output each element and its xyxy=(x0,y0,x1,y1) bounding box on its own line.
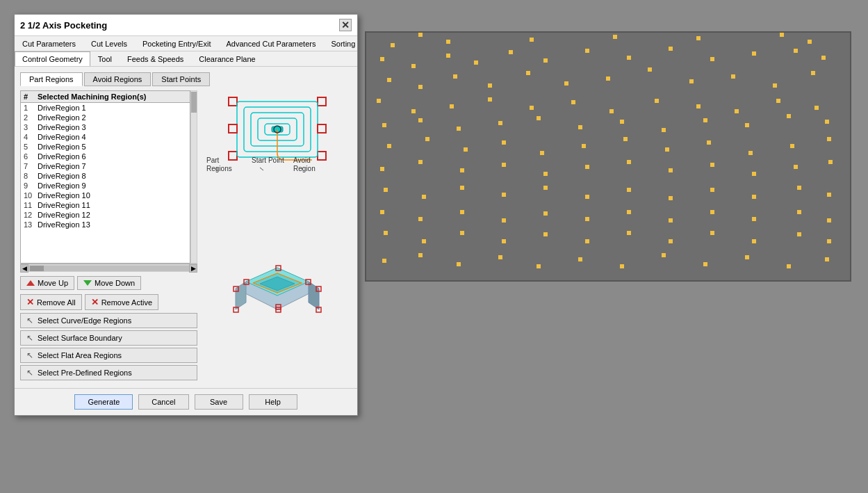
cad-dot xyxy=(662,128,666,132)
cad-dot xyxy=(787,264,791,268)
save-button[interactable]: Save xyxy=(195,394,243,410)
cad-viewport xyxy=(365,31,851,282)
cad-dot xyxy=(696,36,701,40)
cad-dot xyxy=(382,123,386,127)
list-row[interactable]: 3DriveRegion 3 xyxy=(21,122,190,132)
cad-dot xyxy=(457,127,461,131)
list-row[interactable]: 13DriveRegion 13 xyxy=(21,220,190,229)
cad-dot xyxy=(665,147,669,152)
sub-tab-avoid-regions[interactable]: Avoid Regions xyxy=(84,72,152,86)
cad-dot xyxy=(498,121,502,125)
remove-active-button[interactable]: ✕ Remove Active xyxy=(85,294,158,310)
svg-marker-19 xyxy=(309,282,319,309)
tab-cut-levels[interactable]: Cut Levels xyxy=(83,36,135,51)
cad-dot xyxy=(752,239,756,243)
cad-dot xyxy=(537,116,541,120)
cad-dot xyxy=(780,33,784,37)
cursor-icon-3: ↖ xyxy=(26,350,33,360)
select-predefined-button[interactable]: ↖ Select Pre-Defined Regions xyxy=(20,365,197,380)
cad-dot xyxy=(530,106,534,110)
scroll-right[interactable]: ▶ xyxy=(189,264,197,273)
cad-dot xyxy=(488,83,492,88)
cad-dot xyxy=(578,125,582,129)
list-row[interactable]: 6DriveRegion 6 xyxy=(21,152,190,161)
cad-dot xyxy=(776,99,780,103)
remove-buttons: ✕ Remove All ✕ Remove Active xyxy=(20,294,197,310)
cancel-button[interactable]: Cancel xyxy=(138,394,188,410)
cad-dot xyxy=(703,262,707,266)
tab-pocketing-entry-exit[interactable]: Pocketing Entry/Exit xyxy=(135,36,218,51)
cad-dot xyxy=(564,81,568,86)
scroll-left[interactable]: ◀ xyxy=(20,264,28,273)
select-curve-edge-button[interactable]: ↖ Select Curve/Edge Regions xyxy=(20,313,197,328)
move-up-button[interactable]: Move Up xyxy=(20,276,74,290)
cad-dot xyxy=(627,188,631,192)
scroll-thumb-h[interactable] xyxy=(30,266,44,271)
cad-dot xyxy=(380,57,384,61)
cad-dot xyxy=(731,74,735,79)
list-row[interactable]: 12DriveRegion 12 xyxy=(21,210,190,220)
cad-dot xyxy=(543,232,548,236)
cad-dot xyxy=(620,120,624,124)
list-row[interactable]: 5DriveRegion 5 xyxy=(21,142,190,152)
move-down-button[interactable]: Move Down xyxy=(77,276,141,290)
cad-dot xyxy=(745,123,749,127)
cad-dot xyxy=(794,165,798,169)
cad-dot xyxy=(457,262,461,266)
cad-dot xyxy=(825,120,829,124)
sub-tab-part-regions[interactable]: Part Regions xyxy=(20,72,83,86)
list-row[interactable]: 11DriveRegion 11 xyxy=(21,200,190,210)
tab-advanced-cut-parameters[interactable]: Advanced Cut Parameters xyxy=(218,36,323,51)
tab-tool[interactable]: Tool xyxy=(90,51,120,66)
list-row[interactable]: 10DriveRegion 10 xyxy=(21,191,190,200)
cad-dot xyxy=(585,239,589,243)
tab-sorting[interactable]: Sorting xyxy=(323,36,363,51)
cad-dot xyxy=(411,64,416,68)
tab-cut-parameters[interactable]: Cut Parameters xyxy=(15,36,83,51)
help-button[interactable]: Help xyxy=(249,394,297,410)
select-flat-area-button[interactable]: ↖ Select Flat Area Regions xyxy=(20,348,197,363)
list-row[interactable]: 1DriveRegion 1 xyxy=(21,103,190,113)
list-body[interactable]: 1DriveRegion 12DriveRegion 23DriveRegion… xyxy=(21,103,190,263)
close-button[interactable]: ✕ xyxy=(339,19,352,31)
diagram-area: PartRegions Start Point AvoidRegion xyxy=(203,90,352,382)
cad-dot xyxy=(391,43,395,47)
cad-dot xyxy=(662,253,666,257)
cad-dot xyxy=(609,109,614,113)
cad-dot xyxy=(735,109,739,113)
dialog-title: 2 1/2 Axis Pocketing xyxy=(20,20,107,31)
list-row[interactable]: 4DriveRegion 4 xyxy=(21,132,190,142)
cad-dot xyxy=(571,100,575,104)
move-up-label: Move Up xyxy=(38,279,68,287)
remove-all-icon: ✕ xyxy=(26,297,34,307)
cad-dot xyxy=(384,231,388,235)
select-surface-boundary-button[interactable]: ↖ Select Surface Boundary xyxy=(20,330,197,346)
cad-dot xyxy=(543,186,548,190)
cad-dot xyxy=(669,239,673,243)
cad-dot xyxy=(543,211,548,216)
cad-dot xyxy=(623,137,628,141)
cad-dot xyxy=(460,210,464,214)
list-row[interactable]: 8DriveRegion 8 xyxy=(21,171,190,181)
horizontal-scrollbar[interactable]: ◀ ▶ xyxy=(20,264,197,272)
cad-dot xyxy=(827,239,831,243)
cad-dot xyxy=(827,137,831,141)
sub-tab-start-points[interactable]: Start Points xyxy=(152,72,210,86)
cad-dot xyxy=(828,160,833,164)
cad-dot xyxy=(526,71,530,75)
cad-dot xyxy=(669,196,673,200)
remove-all-button[interactable]: ✕ Remove All xyxy=(20,294,82,310)
scroll-thumb[interactable] xyxy=(191,92,197,113)
tab-feeds-speeds[interactable]: Feeds & Speeds xyxy=(120,51,191,66)
list-row[interactable]: 2DriveRegion 2 xyxy=(21,113,190,122)
svg-rect-1 xyxy=(318,97,326,106)
list-row[interactable]: 9DriveRegion 9 xyxy=(21,181,190,191)
vertical-scrollbar[interactable] xyxy=(190,90,197,264)
tab-clearance-plane[interactable]: Clearance Plane xyxy=(191,51,263,66)
cad-dot xyxy=(748,151,753,155)
tab-control-geometry[interactable]: Control Geometry xyxy=(15,51,90,66)
list-row[interactable]: 7DriveRegion 7 xyxy=(21,161,190,171)
cad-dot xyxy=(773,83,777,88)
generate-button[interactable]: Generate xyxy=(74,394,133,410)
cursor-icon-4: ↖ xyxy=(26,368,33,378)
